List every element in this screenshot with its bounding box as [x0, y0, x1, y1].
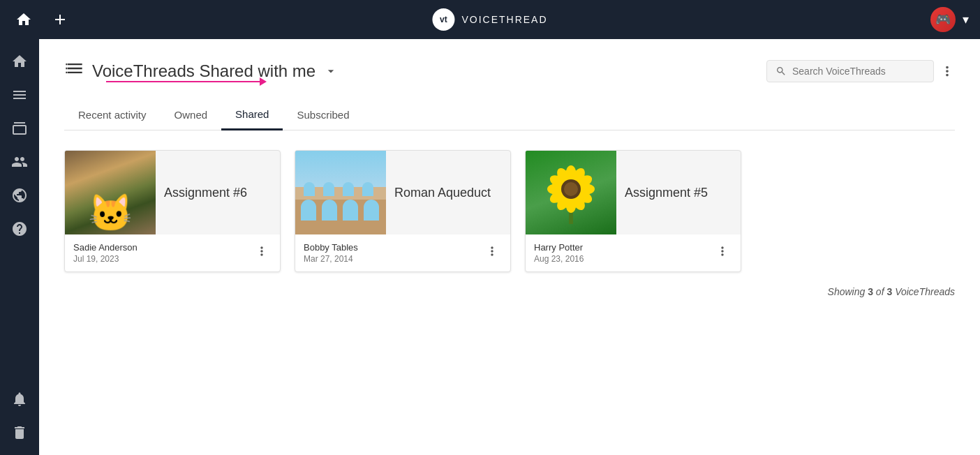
top-nav-center: vt VOICETHREAD	[432, 8, 547, 31]
home-icon	[15, 11, 32, 28]
card-meta-1: Sadie Anderson Jul 19, 2023	[73, 242, 138, 264]
top-nav-left	[11, 7, 73, 32]
tabs-row: Recent activity Owned Shared Subscribed	[64, 100, 955, 130]
sidebar-item-help[interactable]	[6, 215, 34, 243]
card-date-2: Mar 27, 2014	[304, 254, 358, 264]
tab-shared[interactable]: Shared	[221, 100, 283, 130]
main-content: VoiceThreads Shared with me	[39, 39, 980, 455]
title-dropdown-button[interactable]	[324, 64, 338, 78]
more-vert-icon-3	[715, 244, 729, 258]
user-dropdown-arrow[interactable]: ▾	[963, 12, 969, 27]
add-button[interactable]	[47, 7, 73, 32]
left-sidebar	[0, 39, 39, 455]
voicethread-card-2[interactable]: Roman Aqueduct Bobby Tables Mar 27, 2014	[295, 150, 511, 272]
card-meta-3: Harry Potter Aug 23, 2016	[534, 242, 584, 264]
card-meta-2: Bobby Tables Mar 27, 2014	[304, 242, 358, 264]
tab-owned[interactable]: Owned	[161, 100, 222, 130]
stack-icon	[64, 59, 84, 83]
card-more-button-3[interactable]	[713, 241, 732, 264]
sidebar-item-threads[interactable]	[6, 81, 34, 109]
card-footer-2: Bobby Tables Mar 27, 2014	[295, 234, 510, 271]
header-right	[766, 60, 955, 82]
tab-subscribed[interactable]: Subscribed	[283, 100, 363, 130]
showing-status: Showing 3 of 3 VoiceThreads	[64, 286, 955, 297]
cat-image: 🐱	[65, 151, 156, 234]
card-footer-3: Harry Potter Aug 23, 2016	[526, 234, 741, 271]
voicethread-card-1[interactable]: 🐱 Assignment #6 Sadie Anderson Jul 19, 2…	[64, 150, 281, 272]
more-vert-icon	[940, 64, 955, 79]
search-icon	[775, 65, 787, 77]
search-input[interactable]	[792, 66, 925, 77]
more-options-button[interactable]	[940, 64, 955, 79]
arrow-line	[106, 81, 260, 82]
home-button[interactable]	[11, 7, 36, 32]
sidebar-item-box[interactable]	[6, 114, 34, 142]
sidebar-box-icon	[11, 120, 28, 137]
card-thumbnail-1: 🐱 Assignment #6	[65, 151, 280, 234]
more-vert-icon-1	[255, 244, 269, 258]
app-name: VOICETHREAD	[461, 14, 547, 25]
card-author-2: Bobby Tables	[304, 242, 358, 253]
sidebar-globe-icon	[11, 187, 28, 204]
sidebar-threads-icon	[11, 87, 28, 103]
sidebar-trash-icon	[11, 424, 28, 441]
sidebar-home-icon	[11, 53, 28, 70]
svg-point-14	[564, 182, 578, 196]
card-thumbnail-3: Assignment #5	[526, 151, 741, 234]
user-avatar[interactable]: 🎮	[930, 7, 956, 32]
card-title-area-2: Roman Aqueduct	[386, 151, 510, 234]
card-author-3: Harry Potter	[534, 242, 584, 253]
search-box	[766, 60, 934, 82]
top-nav-right: 🎮 ▾	[930, 7, 969, 32]
avatar-image: 🎮	[930, 7, 956, 32]
card-title-area-1: Assignment #6	[156, 151, 280, 234]
sidebar-item-notifications[interactable]	[6, 385, 34, 413]
card-title-area-3: Assignment #5	[616, 151, 741, 234]
card-author-1: Sadie Anderson	[73, 242, 138, 253]
sidebar-help-icon	[11, 221, 28, 237]
arrow-annotation	[106, 77, 267, 86]
card-date-1: Jul 19, 2023	[73, 254, 138, 264]
sunflower-image	[526, 151, 616, 234]
chevron-down-icon	[324, 64, 338, 78]
sidebar-people-icon	[11, 154, 28, 170]
sidebar-item-globe[interactable]	[6, 181, 34, 209]
sidebar-item-trash[interactable]	[6, 419, 34, 447]
card-more-button-1[interactable]	[252, 241, 272, 264]
arrow-head	[260, 77, 267, 86]
voicethread-card-3[interactable]: Assignment #5 Harry Potter Aug 23, 2016	[525, 150, 741, 272]
sidebar-item-people[interactable]	[6, 148, 34, 176]
card-footer-1: Sadie Anderson Jul 19, 2023	[65, 234, 280, 271]
card-date-3: Aug 23, 2016	[534, 254, 584, 264]
top-navigation: vt VOICETHREAD 🎮 ▾	[0, 0, 980, 39]
sidebar-item-home[interactable]	[6, 47, 34, 75]
tabs-section: Recent activity Owned Shared Subscribed	[64, 100, 955, 130]
more-vert-icon-2	[485, 244, 499, 258]
aqueduct-image	[295, 151, 386, 234]
voicethread-grid: 🐱 Assignment #6 Sadie Anderson Jul 19, 2…	[64, 150, 955, 272]
add-icon	[52, 11, 68, 28]
vt-logo: vt	[432, 8, 454, 31]
sidebar-bell-icon	[11, 391, 28, 408]
card-thumbnail-2: Roman Aqueduct	[295, 151, 510, 234]
tab-recent-activity[interactable]: Recent activity	[64, 100, 161, 130]
card-more-button-2[interactable]	[482, 241, 502, 264]
